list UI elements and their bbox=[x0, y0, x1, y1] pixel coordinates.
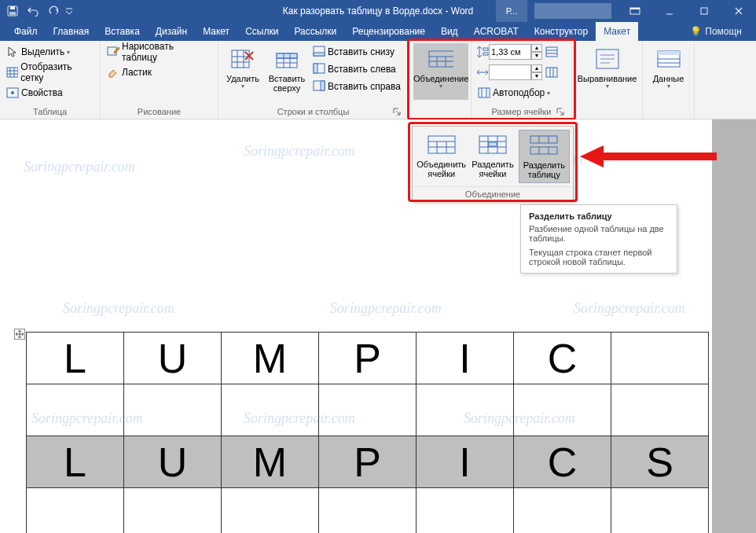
tab-table-layout[interactable]: Макет bbox=[596, 22, 638, 41]
table-cell[interactable] bbox=[611, 333, 709, 384]
table-cell[interactable] bbox=[222, 488, 319, 534]
table-cell[interactable]: C bbox=[514, 436, 611, 488]
table-move-handle[interactable] bbox=[14, 329, 25, 340]
title-pill[interactable]: Р... bbox=[496, 0, 527, 22]
table-cell[interactable]: P bbox=[319, 333, 417, 384]
row-height-spinner[interactable]: ▲▼ bbox=[476, 43, 567, 61]
tab-acrobat[interactable]: ACROBAT bbox=[466, 22, 527, 41]
table-row[interactable]: LUMPIC bbox=[27, 333, 709, 384]
merge-dropdown-button[interactable]: Объединение bbox=[413, 43, 468, 100]
view-gridlines-button[interactable]: Отобразить сетку bbox=[5, 64, 95, 81]
tab-table-design[interactable]: Конструктор bbox=[527, 22, 596, 41]
tell-me-button[interactable]: 💡 Помощн bbox=[682, 22, 750, 41]
table-cell[interactable]: U bbox=[124, 436, 222, 488]
alignment-button[interactable]: Выравнивание bbox=[577, 43, 637, 100]
eraser-button[interactable]: Ластик bbox=[105, 64, 213, 81]
table-cell[interactable]: P bbox=[319, 436, 417, 488]
insert-left-label: Вставить слева bbox=[328, 64, 396, 75]
merge-cells-button[interactable]: Объединить ячейки bbox=[416, 130, 467, 183]
save-button[interactable] bbox=[3, 2, 22, 20]
close-button[interactable] bbox=[721, 0, 756, 22]
tell-me-label: Помощн bbox=[705, 26, 742, 37]
distribute-rows-icon[interactable] bbox=[545, 46, 560, 58]
table-cell[interactable] bbox=[222, 384, 319, 436]
col-width-spinner[interactable]: ▲▼ bbox=[476, 64, 567, 81]
split-cells-button[interactable]: Разделить ячейки bbox=[467, 130, 518, 183]
delete-button[interactable]: Удалить bbox=[223, 43, 262, 100]
tooltip-title: Разделить таблицу bbox=[529, 211, 669, 221]
document-canvas[interactable]: Soringpcrepair.com Soringpcrepair.com So… bbox=[0, 119, 756, 533]
qat-customize-button[interactable] bbox=[64, 2, 74, 20]
draw-table-button[interactable]: Нарисовать таблицу bbox=[105, 43, 213, 61]
table-cell[interactable] bbox=[319, 384, 417, 436]
table-cell[interactable]: C bbox=[514, 333, 611, 384]
table-cell[interactable]: U bbox=[124, 333, 222, 384]
tab-layout[interactable]: Макет bbox=[195, 22, 237, 41]
table-row[interactable]: LUMPICS bbox=[27, 436, 709, 488]
table-cell[interactable]: I bbox=[417, 333, 514, 384]
table-cell[interactable] bbox=[124, 488, 222, 534]
split-table-tooltip: Разделить таблицу Разбиение одной таблиц… bbox=[520, 204, 677, 274]
distribute-cols-icon[interactable] bbox=[545, 66, 560, 79]
tab-review[interactable]: Рецензирование bbox=[344, 22, 433, 41]
user-account-area[interactable] bbox=[534, 3, 611, 19]
group-rows-columns: Удалить Вставить сверху Вставить снизу В… bbox=[218, 41, 409, 119]
table-cell[interactable] bbox=[319, 488, 417, 534]
minimize-button[interactable] bbox=[652, 0, 687, 22]
spin-up[interactable]: ▲ bbox=[531, 44, 542, 52]
table-cell[interactable] bbox=[27, 488, 124, 534]
tab-design[interactable]: Дизайн bbox=[148, 22, 195, 41]
split-table-button[interactable]: Разделить таблицу bbox=[519, 130, 570, 183]
redo-button[interactable] bbox=[44, 2, 63, 20]
split-cells-icon bbox=[477, 133, 508, 156]
group-cell-size-label: Размер ячейки bbox=[476, 105, 567, 119]
group-merge: Объединение . bbox=[409, 41, 472, 119]
group-data: Данные . bbox=[643, 41, 695, 119]
dialog-launcher-icon[interactable] bbox=[392, 107, 402, 116]
tab-references[interactable]: Ссылки bbox=[237, 22, 286, 41]
autofit-button[interactable]: Автоподбор ▾ bbox=[476, 84, 567, 101]
draw-table-label: Нарисовать таблицу bbox=[122, 41, 211, 63]
spin-down-2[interactable]: ▼ bbox=[531, 72, 542, 80]
spin-up-2[interactable]: ▲ bbox=[531, 64, 542, 72]
table-row[interactable] bbox=[27, 488, 709, 534]
insert-below-button[interactable]: Вставить снизу bbox=[311, 43, 402, 61]
table-cell[interactable] bbox=[514, 488, 611, 534]
document-table[interactable]: LUMPICLUMPICSLUMPICS bbox=[26, 332, 709, 533]
insert-above-button[interactable]: Вставить сверху bbox=[267, 43, 306, 100]
tab-insert[interactable]: Вставка bbox=[97, 22, 148, 41]
ribbon-options-button[interactable] bbox=[618, 0, 652, 22]
spin-down[interactable]: ▼ bbox=[531, 52, 542, 60]
col-width-input[interactable] bbox=[489, 64, 531, 80]
table-cell[interactable] bbox=[417, 384, 514, 436]
data-button[interactable]: Данные bbox=[648, 43, 689, 100]
undo-button[interactable] bbox=[24, 2, 42, 20]
svg-rect-27 bbox=[314, 53, 325, 56]
tab-home[interactable]: Главная bbox=[46, 22, 97, 41]
table-cell[interactable]: L bbox=[27, 436, 124, 488]
table-cell[interactable]: M bbox=[222, 436, 319, 488]
dialog-launcher-icon-2[interactable] bbox=[556, 107, 565, 116]
properties-button[interactable]: Свойства bbox=[5, 84, 95, 101]
table-cell[interactable]: S bbox=[611, 436, 709, 488]
table-cell[interactable]: M bbox=[222, 333, 319, 384]
table-cell[interactable]: I bbox=[417, 436, 514, 488]
insert-right-button[interactable]: Вставить справа bbox=[311, 78, 402, 95]
table-cell[interactable] bbox=[514, 384, 611, 436]
gridlines-label: Отобразить сетку bbox=[20, 61, 94, 83]
annotation-arrow bbox=[577, 145, 718, 172]
table-cell[interactable] bbox=[27, 384, 124, 436]
maximize-button[interactable] bbox=[687, 0, 721, 22]
table-cell[interactable]: L bbox=[27, 333, 124, 384]
table-cell[interactable] bbox=[417, 488, 514, 534]
tab-file[interactable]: Файл bbox=[6, 22, 46, 41]
tab-view[interactable]: Вид bbox=[433, 22, 466, 41]
select-button[interactable]: Выделить ▾ bbox=[5, 43, 95, 61]
tab-mailings[interactable]: Рассылки bbox=[286, 22, 344, 41]
row-height-input[interactable] bbox=[489, 44, 531, 60]
insert-left-button[interactable]: Вставить слева bbox=[311, 61, 402, 78]
table-cell[interactable] bbox=[124, 384, 222, 436]
table-row[interactable] bbox=[27, 384, 709, 436]
table-cell[interactable] bbox=[611, 488, 709, 534]
table-cell[interactable] bbox=[611, 384, 709, 436]
